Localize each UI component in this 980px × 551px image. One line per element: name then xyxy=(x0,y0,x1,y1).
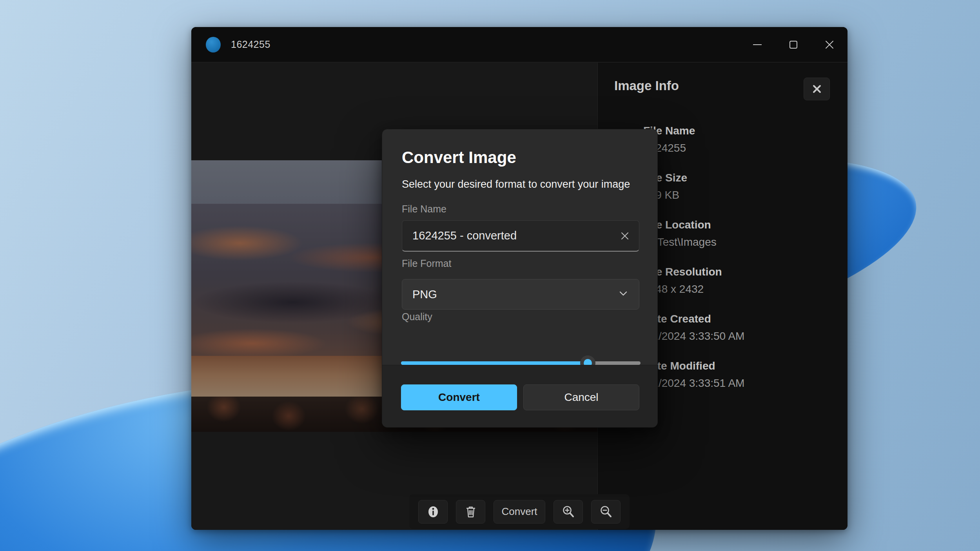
info-value: 1/1/2024 3:33:50 AM xyxy=(643,330,744,343)
zoom-out-icon xyxy=(599,505,613,519)
toolbar-convert-label: Convert xyxy=(501,506,537,518)
file-format-label: File Format xyxy=(402,258,451,269)
cancel-button-label: Cancel xyxy=(564,391,598,404)
file-format-dropdown[interactable]: PNG xyxy=(402,279,639,310)
convert-button-label: Convert xyxy=(438,391,480,404)
clear-x-icon xyxy=(620,231,630,241)
minimize-icon xyxy=(752,40,762,50)
toolbar-convert-button[interactable]: Convert xyxy=(494,500,545,524)
slider-fill xyxy=(401,361,588,365)
info-icon xyxy=(426,505,440,518)
app-icon xyxy=(206,37,221,53)
window-title: 1624255 xyxy=(231,39,270,50)
close-button[interactable] xyxy=(811,27,848,62)
window-controls xyxy=(739,27,848,62)
app-window: 1624255 xyxy=(191,27,848,530)
cancel-button[interactable]: Cancel xyxy=(523,384,639,410)
panel-title: Image Info xyxy=(614,78,679,93)
minimize-button[interactable] xyxy=(739,27,775,62)
file-name-label: File Name xyxy=(402,203,446,215)
zoom-in-icon xyxy=(561,505,575,519)
file-name-input[interactable]: 1624255 - converted xyxy=(402,220,639,252)
title-bar[interactable]: 1624255 xyxy=(191,27,848,62)
panel-close-button[interactable] xyxy=(804,78,830,100)
clear-input-button[interactable] xyxy=(614,225,636,247)
dialog-subtitle: Select your desired format to convert yo… xyxy=(402,178,630,190)
zoom-out-button[interactable] xyxy=(591,500,621,524)
quality-label: Quality xyxy=(402,311,432,323)
trash-icon xyxy=(464,505,477,518)
convert-button[interactable]: Convert xyxy=(401,384,517,410)
delete-button[interactable] xyxy=(456,500,485,524)
chevron-down-icon xyxy=(618,288,629,301)
maximize-icon xyxy=(789,40,798,49)
file-name-value: 1624255 - converted xyxy=(412,229,614,242)
dialog-title: Convert Image xyxy=(402,148,516,167)
zoom-in-button[interactable] xyxy=(554,500,583,524)
info-button[interactable] xyxy=(418,500,448,524)
desktop-wallpaper: 1624255 xyxy=(0,0,980,551)
dialog-footer: Convert Cancel xyxy=(382,365,657,428)
info-value: 1/1/2024 3:33:51 AM xyxy=(643,377,744,390)
close-icon xyxy=(824,40,835,50)
maximize-button[interactable] xyxy=(775,27,811,62)
file-format-value: PNG xyxy=(412,288,618,301)
convert-image-dialog: Convert Image Select your desired format… xyxy=(382,129,658,428)
close-icon xyxy=(811,83,823,95)
bottom-toolbar: Convert xyxy=(409,494,630,529)
